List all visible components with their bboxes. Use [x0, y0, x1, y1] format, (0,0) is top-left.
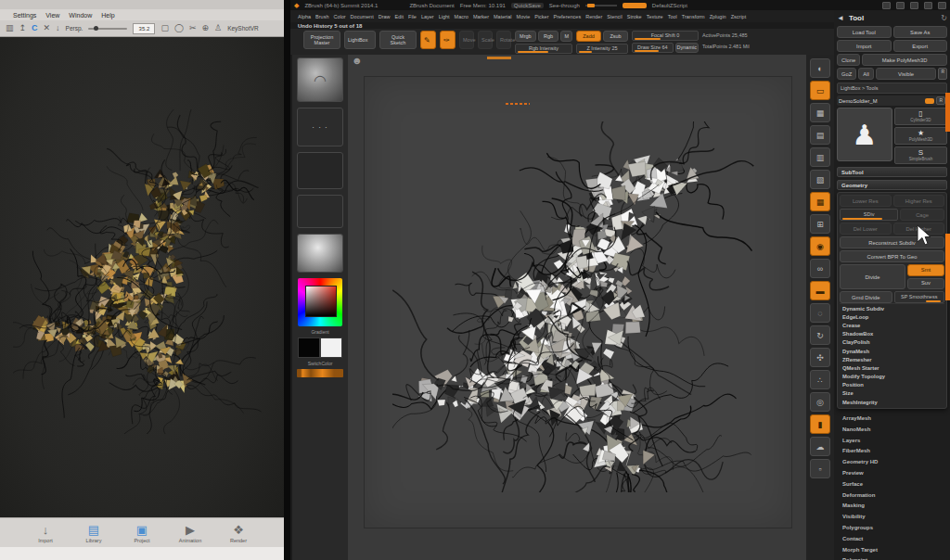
close-icon[interactable]: [938, 2, 946, 9]
palette-section-header[interactable]: NanoMesh: [837, 424, 947, 435]
floor-icon[interactable]: ⊞: [810, 214, 830, 234]
keyshot-viewport[interactable]: [0, 37, 284, 517]
dynamic-button[interactable]: Dynamic: [675, 43, 699, 53]
palette-section-header[interactable]: Surface: [837, 478, 947, 490]
palette-section-header[interactable]: Contact: [837, 533, 947, 544]
delete-icon[interactable]: ✕: [44, 24, 51, 32]
bpr-button[interactable]: ◐: [810, 58, 830, 78]
render-pass-chip[interactable]: ▭: [810, 81, 830, 100]
menu-item[interactable]: Picker: [534, 14, 548, 19]
local-icon[interactable]: ◉: [810, 236, 830, 256]
geometry-subsection-header[interactable]: Size: [840, 389, 944, 398]
material-chip[interactable]: ▮: [810, 414, 830, 434]
geometry-subsection-header[interactable]: ZRemesher: [840, 355, 944, 363]
keyshotvr-label[interactable]: KeyShotVR: [227, 25, 259, 32]
draw-button[interactable]: ✑: [440, 31, 456, 49]
tool-r-badge[interactable]: R: [936, 96, 945, 105]
dock-button[interactable]: ▣ Project: [126, 524, 158, 543]
dock-button[interactable]: ▤ Library: [78, 524, 109, 543]
frame-icon[interactable]: ▫: [810, 459, 830, 478]
menu-item[interactable]: Edit: [395, 14, 404, 19]
import-button[interactable]: Import: [837, 40, 892, 52]
menu-item[interactable]: Marker: [473, 14, 489, 19]
main-color-swatch[interactable]: [298, 337, 320, 358]
geometry-subsection-header[interactable]: Crease: [840, 321, 944, 329]
tool-thumbnail[interactable]: S SimpleBrush: [894, 146, 947, 164]
frame-icon[interactable]: ▢: [160, 24, 169, 32]
keyshot-menu-item[interactable]: Help: [101, 12, 114, 19]
edit-button[interactable]: ✎: [420, 31, 436, 49]
tray-resize-handle[interactable]: [945, 93, 950, 132]
zbrush-document[interactable]: [365, 77, 791, 528]
menu-item[interactable]: Render: [585, 14, 602, 19]
current-material-thumbnail[interactable]: [297, 234, 343, 273]
perspective-slider[interactable]: [88, 28, 127, 30]
rgb-button[interactable]: Rgb: [538, 31, 559, 42]
subtool-section-header[interactable]: SubTool: [837, 167, 947, 177]
solo-icon[interactable]: ▬: [810, 281, 830, 300]
restore-config-icon[interactable]: ↻: [941, 14, 947, 22]
projection-master-button[interactable]: Projection Master: [303, 31, 340, 49]
divider-icon[interactable]: [882, 2, 891, 9]
keyshot-menu-item[interactable]: View: [45, 12, 59, 19]
geometry-subsection-header[interactable]: Modify Topology: [840, 373, 944, 381]
lsym-icon[interactable]: ∞: [810, 259, 830, 278]
del-lower-button[interactable]: Del Lower: [840, 223, 892, 235]
suv-toggle[interactable]: Suv: [907, 278, 944, 290]
mrgb-button[interactable]: Mrgb: [515, 31, 536, 42]
palette-section-header[interactable]: Preview: [837, 467, 947, 478]
zscript-label[interactable]: DefaultZScript: [652, 3, 687, 8]
dynamic-subdiv-section[interactable]: Dynamic Subdiv: [840, 303, 944, 312]
geometry-subsection-header[interactable]: ShadowBox: [840, 330, 944, 338]
download-icon[interactable]: ↓: [56, 24, 60, 32]
dock-button[interactable]: ▶ Animation: [174, 524, 206, 543]
sculpted-creature-model[interactable]: [392, 121, 773, 492]
keyshot-menu-item[interactable]: Settings: [13, 12, 36, 19]
sp-smoothness-slider[interactable]: SP Smoothness: [894, 291, 945, 303]
back-arrow-icon[interactable]: ◄: [837, 14, 844, 22]
menu-item[interactable]: Stroke: [627, 14, 642, 19]
tool-thumbnail[interactable]: ★ PolyMesh3D: [894, 127, 947, 145]
rgb-intensity-slider[interactable]: Rgb Intensity: [515, 44, 572, 54]
actual-icon[interactable]: ▥: [810, 147, 830, 167]
focal-shift-slider[interactable]: Focal Shift 0: [632, 31, 699, 41]
canvas-head-icon[interactable]: ☻: [352, 55, 363, 66]
menu-item[interactable]: Material: [494, 14, 512, 19]
menu-item[interactable]: Tool: [668, 14, 677, 19]
palette-section-header[interactable]: ArrayMesh: [837, 413, 947, 424]
dock-button[interactable]: ↓ Import: [30, 524, 61, 543]
minimize-icon[interactable]: [910, 2, 918, 9]
gmd-divide-button[interactable]: Gmd Divide: [840, 291, 892, 303]
ghost-icon[interactable]: ↻: [810, 325, 830, 345]
layout-icon[interactable]: [896, 2, 905, 9]
palette-section-header[interactable]: Deformation: [837, 490, 947, 501]
menu-item[interactable]: Draw: [379, 14, 391, 19]
zsub-button[interactable]: Zsub: [603, 31, 628, 42]
menu-item[interactable]: Light: [439, 14, 450, 19]
clone-button[interactable]: Clone: [837, 54, 860, 66]
goz-button[interactable]: GoZ: [837, 68, 856, 80]
geometry-section-header[interactable]: Geometry: [837, 180, 947, 190]
palette-section-header[interactable]: Morph Target: [837, 544, 947, 555]
menu-item[interactable]: Macro: [455, 14, 469, 19]
tool-thumbnail[interactable]: ▯ Cylinder3D: [894, 108, 947, 125]
scale-button[interactable]: Scale: [478, 31, 493, 49]
palette-section-header[interactable]: Masking: [837, 501, 947, 512]
current-texture-thumbnail[interactable]: [297, 195, 343, 228]
move-button[interactable]: Move: [459, 31, 474, 49]
load-tool-button[interactable]: Load Tool: [837, 26, 892, 38]
current-stroke-thumbnail[interactable]: · · ·: [297, 108, 343, 146]
menu-item[interactable]: Layer: [421, 14, 434, 19]
convert-bpr-button[interactable]: Convert BPR To Geo: [840, 250, 944, 262]
secondary-color-swatch[interactable]: [320, 337, 342, 358]
menu-item[interactable]: Zplugin: [710, 14, 726, 19]
zoom-doc-icon[interactable]: ▧: [810, 170, 830, 189]
menu-item[interactable]: Brush: [315, 14, 328, 19]
transp-icon[interactable]: ◌: [810, 303, 830, 323]
menu-item[interactable]: Preferences: [554, 14, 582, 19]
current-tool-slot[interactable]: DemoSoldier_M R: [837, 95, 947, 106]
geometry-subsection-header[interactable]: MeshIntegrity: [840, 398, 944, 406]
save-as-button[interactable]: Save As: [893, 26, 948, 38]
export-button[interactable]: Export: [893, 40, 948, 52]
goz-visible-button[interactable]: Visible: [876, 68, 937, 80]
